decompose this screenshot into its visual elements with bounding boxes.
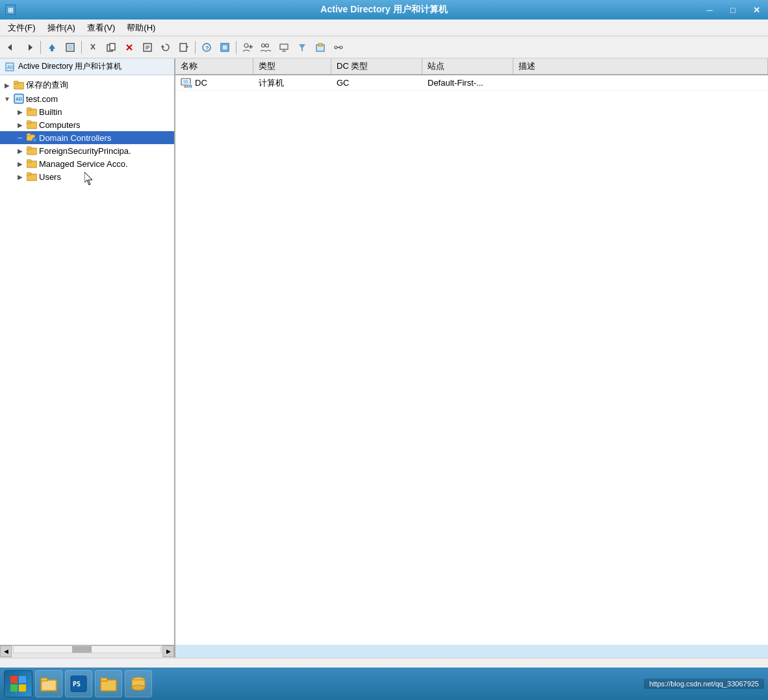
sep3 xyxy=(195,41,196,54)
svg-rect-3 xyxy=(51,49,53,51)
folder-icon-foreign xyxy=(27,145,37,156)
menu-action[interactable]: 操作(A) xyxy=(42,21,81,35)
tree-item-foreign-security[interactable]: ▶ ForeignSecurityPrincipa. xyxy=(0,144,174,157)
expand-icon-dc: ─ xyxy=(16,133,25,142)
connect-button[interactable] xyxy=(330,39,347,56)
window-controls: ─ □ ✕ xyxy=(698,0,768,19)
new-group-button[interactable] xyxy=(257,39,274,56)
delete-button[interactable] xyxy=(121,39,138,56)
powershell-button[interactable]: PS xyxy=(65,670,92,697)
tree-label-managed: Managed Service Acco. xyxy=(39,159,128,169)
table-row[interactable]: A DC 计算机 GC Default-First-... xyxy=(175,75,768,91)
cell-site: Default-First-... xyxy=(422,75,513,90)
title-bar: ⊞ Active Directory 用户和计算机 ─ □ ✕ xyxy=(0,0,768,19)
windows-logo-icon xyxy=(9,675,27,693)
show-container-button[interactable] xyxy=(62,39,79,56)
refresh-button[interactable] xyxy=(157,39,174,56)
domain-icon-testcom: AD xyxy=(14,94,24,104)
file-explorer-button[interactable] xyxy=(35,670,62,697)
sep1 xyxy=(40,41,41,54)
menu-view[interactable]: 查看(V) xyxy=(82,21,120,35)
tree-item-builtin[interactable]: ▶ Builtin xyxy=(0,105,174,118)
tree-label-users: Users xyxy=(39,172,61,182)
svg-rect-53 xyxy=(27,160,31,162)
taskbar: PS https://blog.csdn.net/qq_33067925 xyxy=(0,668,768,700)
tree-item-managed-service[interactable]: ▶ Managed Service Acco. xyxy=(0,157,174,170)
help-button[interactable]: ? xyxy=(198,39,215,56)
svg-rect-40 xyxy=(14,81,18,84)
folder-icon-users xyxy=(27,171,37,182)
scroll-left-button[interactable]: ◀ xyxy=(0,645,12,657)
svg-rect-33 xyxy=(318,44,322,46)
cut-button[interactable] xyxy=(84,39,101,56)
svg-point-49 xyxy=(32,138,37,142)
database-button[interactable] xyxy=(125,670,152,697)
tree-item-domain-controllers[interactable]: ─ Domain Controllers xyxy=(0,131,174,144)
maximize-button[interactable]: □ xyxy=(721,0,745,19)
cell-dc-type: GC xyxy=(331,75,422,90)
close-button[interactable]: ✕ xyxy=(745,0,768,19)
minimize-button[interactable]: ─ xyxy=(698,0,721,19)
folder-icon-builtin xyxy=(27,106,37,117)
database-icon xyxy=(129,675,147,693)
menu-file[interactable]: 文件(F) xyxy=(3,21,41,35)
svg-rect-28 xyxy=(280,44,288,49)
menu-help[interactable]: 帮助(H) xyxy=(122,21,160,35)
svg-rect-66 xyxy=(19,684,26,692)
app-icon: ⊞ xyxy=(5,5,16,15)
show-saved-button[interactable] xyxy=(312,39,329,56)
col-desc[interactable]: 描述 xyxy=(513,58,768,74)
col-dc-type[interactable]: DC 类型 xyxy=(331,58,422,74)
folder-icon-saved-queries xyxy=(14,80,24,90)
expand-icon-builtin: ▶ xyxy=(16,107,25,116)
back-button[interactable] xyxy=(3,39,19,56)
tree-item-users[interactable]: ▶ Users xyxy=(0,170,174,183)
powershell-icon: PS xyxy=(70,675,88,693)
window-title: Active Directory 用户和计算机 xyxy=(320,4,447,16)
tree-item-computers[interactable]: ▶ Computers xyxy=(0,118,174,131)
tree-label-saved-queries: 保存的查询 xyxy=(26,79,68,91)
content-panel: 名称 类型 DC 类型 站点 描述 A DC 计算机 xyxy=(175,58,768,645)
cell-type: 计算机 xyxy=(253,75,331,90)
mmc-button[interactable] xyxy=(216,39,233,56)
sep2 xyxy=(81,41,82,54)
properties-button[interactable] xyxy=(139,39,156,56)
tree-scrollbar: ◀ ▶ xyxy=(0,645,175,658)
tree-label-testcom: test.com xyxy=(26,94,58,104)
col-name[interactable]: 名称 xyxy=(175,58,253,74)
export-button[interactable] xyxy=(175,39,192,56)
start-button[interactable] xyxy=(4,670,32,697)
svg-point-26 xyxy=(262,44,265,47)
svg-point-76 xyxy=(132,685,145,690)
folder-icon xyxy=(99,675,118,693)
scroll-right-button[interactable]: ▶ xyxy=(162,645,174,657)
tree-header: AD Active Directory 用户和计算机 xyxy=(0,58,174,75)
folder-icon-computers xyxy=(27,119,37,130)
col-type[interactable]: 类型 xyxy=(253,58,331,74)
computer-icon: A xyxy=(181,78,192,88)
svg-rect-65 xyxy=(10,684,18,692)
menu-bar: 文件(F) 操作(A) 查看(V) 帮助(H) xyxy=(0,19,768,36)
svg-point-34 xyxy=(335,46,337,49)
filter-button[interactable] xyxy=(294,39,311,56)
tree-item-saved-queries[interactable]: ▶ 保存的查询 xyxy=(0,78,174,92)
up-button[interactable] xyxy=(44,39,60,56)
cell-name: A DC xyxy=(175,75,253,90)
svg-rect-69 xyxy=(42,681,55,690)
expand-icon-managed: ▶ xyxy=(16,159,25,168)
forward-button[interactable] xyxy=(21,39,38,56)
svg-point-35 xyxy=(340,46,342,49)
scroll-thumb xyxy=(72,646,92,653)
copy-button[interactable] xyxy=(103,39,120,56)
svg-rect-63 xyxy=(10,676,18,683)
svg-rect-44 xyxy=(27,108,31,110)
tree-header-label: Active Directory 用户和计算机 xyxy=(18,61,122,72)
new-user-button[interactable] xyxy=(239,39,256,56)
col-site[interactable]: 站点 xyxy=(422,58,513,74)
tree-item-testcom[interactable]: ▼ AD test.com xyxy=(0,92,174,105)
new-computer-button[interactable] xyxy=(275,39,292,56)
folder-button[interactable] xyxy=(95,670,122,697)
svg-rect-48 xyxy=(27,134,31,136)
file-explorer-icon xyxy=(40,675,58,693)
svg-rect-9 xyxy=(110,44,115,50)
